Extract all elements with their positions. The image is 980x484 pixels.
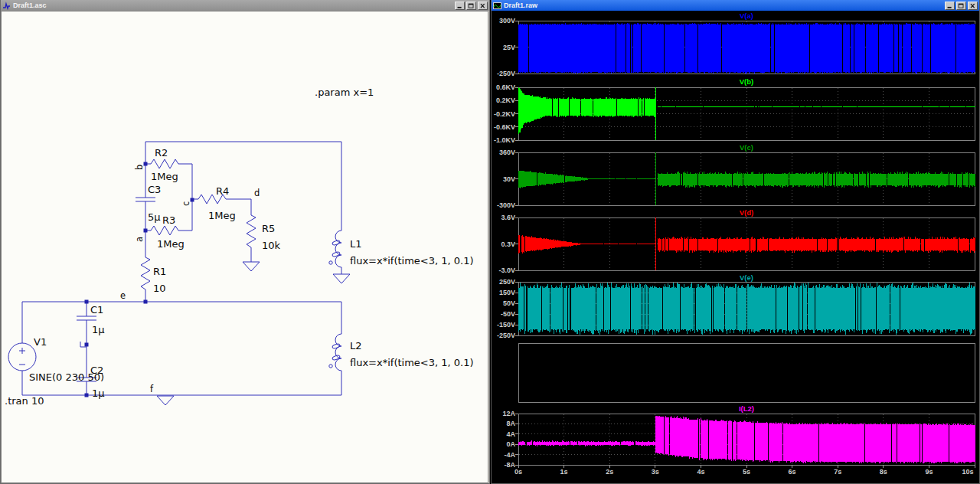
net-label-f[interactable]: f	[150, 384, 154, 394]
y-axis-tick: 25V	[492, 44, 515, 51]
capacitor-C3[interactable]	[136, 198, 155, 201]
y-axis-tick: 250V	[492, 278, 515, 286]
l1-value[interactable]: flux=x*if(time<3, 1, 0.1)	[350, 255, 474, 267]
param-directive[interactable]: .param x=1	[315, 87, 374, 98]
y-axis-tick: 150V	[492, 289, 515, 296]
close-button[interactable]	[478, 2, 488, 10]
y-axis-tick: -250V	[492, 70, 515, 77]
y-axis-tick: -250V	[492, 332, 515, 339]
schematic-drawing: .param x=1 .tran 10 R2 1Meg C3 5µ R3 1Me…	[2, 11, 488, 482]
window-title: Draft1.raw	[504, 2, 942, 9]
ground-icon	[243, 262, 260, 271]
y-axis-tick: 30V	[492, 175, 515, 183]
y-axis-tick: 0A	[492, 440, 515, 448]
waveform-trace[interactable]	[518, 171, 975, 189]
c3-value[interactable]: 5µ	[148, 211, 161, 223]
y-axis-tick: -1.0KV	[492, 136, 515, 144]
capacitor-C1[interactable]	[77, 316, 96, 320]
l2-ref[interactable]: L2	[350, 340, 362, 352]
ltspice-waveform-icon	[493, 2, 501, 10]
resistor-R5[interactable]	[247, 215, 256, 247]
minimize-button[interactable]	[945, 2, 955, 10]
y-axis-tick: 0.3V	[492, 240, 515, 248]
pane-title[interactable]: V(e)	[593, 273, 900, 282]
y-axis-tick: -50V	[492, 310, 515, 318]
schematic-canvas[interactable]: .param x=1 .tran 10 R2 1Meg C3 5µ R3 1Me…	[1, 11, 488, 483]
r4-value[interactable]: 1Meg	[208, 210, 236, 221]
x-axis-tick: 2s	[597, 468, 622, 476]
r2-value[interactable]: 1Meg	[151, 171, 178, 182]
close-button[interactable]	[968, 2, 978, 10]
x-axis-tick: 7s	[825, 468, 850, 476]
r1-ref[interactable]: R1	[153, 266, 166, 277]
inductor-L1[interactable]	[329, 231, 341, 267]
x-axis-tick: 6s	[780, 468, 805, 476]
net-label-a[interactable]: a	[134, 237, 145, 242]
v1-ref[interactable]: V1	[34, 336, 47, 348]
net-label-c[interactable]: c	[181, 201, 191, 206]
y-axis-tick: 3.6V	[492, 214, 515, 221]
y-axis-tick: 0.2KV	[492, 96, 515, 104]
minimize-button[interactable]	[455, 2, 465, 10]
x-axis-tick: 0s	[506, 468, 531, 476]
net-label-b[interactable]: b	[134, 165, 145, 170]
l2-value[interactable]: flux=x*if(time<3, 1, 0.1)	[350, 357, 474, 368]
y-axis-tick: 12A	[492, 410, 515, 417]
resistor-R2[interactable]	[145, 159, 192, 168]
y-axis-tick: 4A	[492, 430, 515, 438]
waveform-trace[interactable]	[518, 283, 975, 335]
resistor-R1[interactable]	[141, 257, 150, 289]
pane-title[interactable]: V(a)	[593, 11, 900, 20]
schematic-window: Draft1.asc	[0, 0, 490, 484]
x-axis-tick: 1s	[552, 468, 577, 476]
r4-ref[interactable]: R4	[216, 185, 229, 197]
c3-ref[interactable]: C3	[148, 184, 161, 195]
y-axis-tick: -0.2KV	[492, 110, 515, 118]
r5-ref[interactable]: R5	[262, 223, 275, 234]
maximize-button[interactable]	[466, 2, 476, 10]
resistor-R3[interactable]	[145, 226, 192, 235]
maximize-button[interactable]	[956, 2, 966, 10]
ltspice-schematic-icon	[2, 2, 11, 10]
waveform-trace[interactable]	[518, 235, 975, 253]
ground-icon	[333, 274, 350, 283]
pane-title[interactable]: I(L2)	[593, 404, 900, 413]
wires	[22, 142, 341, 395]
x-axis-tick: 9s	[916, 468, 941, 476]
y-axis-tick: -150V	[492, 321, 515, 329]
pane-title[interactable]: V(c)	[593, 143, 900, 152]
r3-ref[interactable]: R3	[162, 214, 175, 226]
inductor-L2[interactable]	[329, 334, 341, 371]
r5-value[interactable]: 10k	[262, 240, 281, 251]
c1-value[interactable]: 1µ	[92, 324, 105, 335]
y-axis-tick: 8A	[492, 420, 515, 427]
waveform-trace[interactable]	[518, 416, 975, 463]
net-label-d[interactable]: d	[254, 188, 260, 198]
y-axis-tick: 300V	[492, 17, 515, 25]
net-label-e[interactable]: e	[120, 290, 126, 301]
pane-title[interactable]: V(d)	[593, 208, 900, 217]
l1-ref[interactable]: L1	[350, 238, 362, 250]
y-axis-tick: -300V	[492, 201, 515, 209]
waveform-trace[interactable]	[518, 23, 975, 74]
v1-value[interactable]: SINE(0 230 50)	[29, 371, 104, 383]
r2-ref[interactable]: R2	[155, 147, 168, 159]
schematic-titlebar[interactable]: Draft1.asc	[1, 0, 489, 11]
c1-ref[interactable]: C1	[90, 304, 103, 316]
y-axis-tick: 0.6KV	[492, 83, 515, 91]
pane-title[interactable]: V(b)	[593, 77, 900, 86]
tran-directive[interactable]: .tran 10	[5, 395, 44, 407]
r3-value[interactable]: 1Meg	[157, 238, 185, 250]
voltage-source-V1[interactable]	[8, 343, 36, 371]
x-axis-tick: 4s	[688, 468, 713, 476]
r1-value[interactable]: 10	[153, 283, 166, 294]
pane-border	[519, 344, 975, 403]
waveform-plot-area[interactable]: V(a)300V25V-250VV(b)0.6KV0.2KV-0.2KV-0.6…	[492, 11, 979, 483]
x-axis-tick: 5s	[734, 468, 759, 476]
x-axis-tick: 10s	[956, 468, 980, 476]
y-axis-tick: -0.6KV	[492, 123, 515, 131]
y-axis-tick: -3.0V	[492, 267, 515, 274]
waveform-titlebar[interactable]: Draft1.raw	[492, 0, 979, 11]
c2-value[interactable]: 1µ	[92, 388, 105, 399]
y-axis-tick: 50V	[492, 299, 515, 307]
